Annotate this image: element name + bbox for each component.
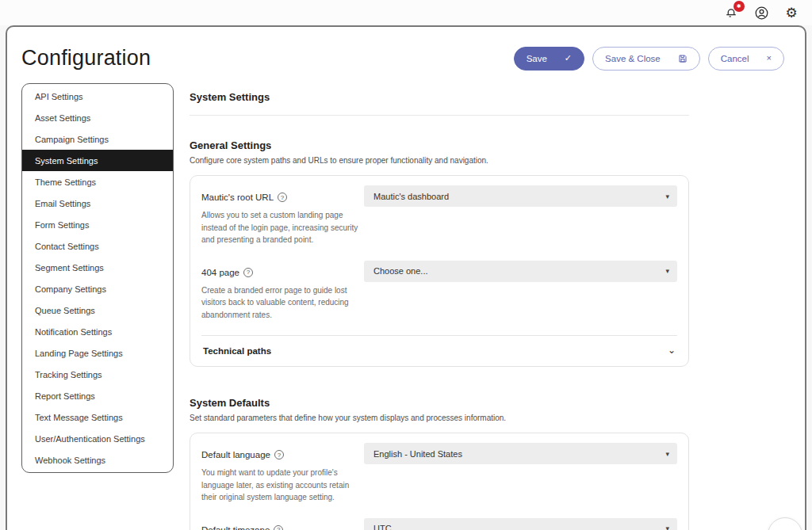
field-info: Default timezone ? — [201, 518, 364, 530]
sidebar-item-segment-settings[interactable]: Segment Settings — [22, 257, 173, 278]
sidebar-item-contact-settings[interactable]: Contact Settings — [22, 235, 173, 257]
cancel-button-label: Cancel — [721, 54, 749, 63]
sidebar-item-notification-settings[interactable]: Notification Settings — [22, 321, 173, 342]
system-defaults-card: Default language ? You might want to upd… — [190, 433, 689, 530]
select-value: UTC — [373, 524, 392, 530]
gear-icon: ⚙ — [785, 6, 797, 20]
sidebar-item-user-authentication-settings[interactable]: User/Authentication Settings — [22, 428, 173, 449]
technical-paths-accordion[interactable]: Technical paths ⌄ — [201, 335, 677, 366]
select-value: English - United States — [373, 449, 462, 459]
user-profile-button[interactable] — [753, 5, 769, 21]
page-title: Configuration — [21, 46, 151, 71]
sidebar-item-tracking-settings[interactable]: Tracking Settings — [22, 364, 173, 385]
settings-main: System Settings General Settings Configu… — [190, 83, 689, 530]
group-title: General Settings — [190, 139, 689, 151]
notification-badge: ✱ — [733, 1, 745, 12]
sidebar-item-landing-page-settings[interactable]: Landing Page Settings — [22, 342, 173, 364]
check-icon: ✓ — [565, 54, 572, 63]
default-timezone-select[interactable]: UTC ▾ — [364, 518, 677, 530]
save-button[interactable]: Save ✓ — [514, 47, 584, 71]
save-and-close-button[interactable]: Save & Close — [592, 47, 700, 71]
field-description: Allows you to set a custom landing page … — [201, 209, 364, 246]
accordion-title: Technical paths — [203, 346, 271, 356]
group-description: Set standard parameters that define how … — [190, 414, 689, 422]
sidebar-item-theme-settings[interactable]: Theme Settings — [22, 171, 173, 193]
top-bar: ✱ ⚙ — [0, 0, 812, 25]
sidebar-item-form-settings[interactable]: Form Settings — [22, 214, 173, 235]
dropdown-arrow-icon: ▾ — [665, 450, 669, 458]
field-row-root-url: Mautic's root URL ? Allows you to set a … — [201, 185, 677, 261]
sidebar-item-api-settings[interactable]: API Settings — [22, 86, 173, 107]
field-info: Mautic's root URL ? Allows you to set a … — [201, 185, 364, 246]
content-area: API Settings Asset Settings Campaign Set… — [7, 83, 805, 530]
page-404-select[interactable]: Choose one... ▾ — [364, 261, 677, 282]
sidebar-item-report-settings[interactable]: Report Settings — [22, 385, 173, 406]
save-disk-icon — [678, 54, 688, 63]
help-icon[interactable]: ? — [278, 193, 287, 202]
field-row-default-timezone: Default timezone ? UTC ▾ — [201, 518, 677, 530]
group-description: Configure core system paths and URLs to … — [190, 156, 689, 165]
sidebar-item-asset-settings[interactable]: Asset Settings — [22, 107, 173, 128]
settings-sidebar: API Settings Asset Settings Campaign Set… — [21, 83, 174, 473]
dropdown-arrow-icon: ▾ — [665, 267, 669, 275]
field-label: Default timezone — [201, 525, 270, 530]
sidebar-item-company-settings[interactable]: Company Settings — [22, 278, 173, 299]
chevron-down-icon: ⌄ — [668, 348, 676, 353]
field-row-404-page: 404 page ? Create a branded error page t… — [201, 261, 677, 336]
help-icon[interactable]: ? — [274, 525, 283, 530]
sidebar-item-email-settings[interactable]: Email Settings — [22, 193, 173, 214]
page-header: Configuration Save ✓ Save & Close Cancel… — [7, 27, 805, 83]
select-value: Choose one... — [373, 266, 428, 276]
close-icon: × — [767, 54, 772, 63]
save-button-label: Save — [527, 54, 547, 63]
dropdown-arrow-icon: ▾ — [665, 193, 669, 200]
field-label: Default language — [201, 450, 270, 459]
global-settings-button[interactable]: ⚙ — [783, 5, 799, 21]
field-info: Default language ? You might want to upd… — [201, 443, 364, 504]
sidebar-item-text-message-settings[interactable]: Text Message Settings — [22, 406, 173, 428]
field-label: Mautic's root URL — [201, 193, 274, 202]
notifications-button[interactable]: ✱ — [723, 5, 739, 21]
system-defaults-group-header: System Defaults Set standard parameters … — [190, 397, 689, 422]
cancel-button[interactable]: Cancel × — [708, 47, 784, 71]
root-url-select[interactable]: Mautic's dashboard ▾ — [364, 185, 677, 207]
help-icon[interactable]: ? — [243, 268, 253, 277]
default-language-select[interactable]: English - United States ▾ — [364, 443, 677, 464]
select-value: Mautic's dashboard — [373, 192, 449, 201]
field-description: Create a branded error page to guide los… — [201, 284, 364, 322]
help-icon[interactable]: ? — [274, 450, 284, 459]
sidebar-item-system-settings[interactable]: System Settings — [22, 150, 173, 171]
field-info: 404 page ? Create a branded error page t… — [201, 261, 364, 322]
sidebar-item-queue-settings[interactable]: Queue Settings — [22, 299, 173, 321]
action-buttons: Save ✓ Save & Close Cancel × — [514, 47, 784, 71]
sidebar-item-campaign-settings[interactable]: Campaign Settings — [22, 128, 173, 150]
field-label: 404 page — [201, 268, 239, 277]
configuration-panel: Configuration Save ✓ Save & Close Cancel… — [6, 25, 806, 530]
field-description: You might want to update your profile's … — [201, 467, 364, 504]
user-icon — [754, 6, 769, 21]
general-settings-group-header: General Settings Configure core system p… — [190, 139, 689, 165]
section-title: System Settings — [190, 91, 689, 103]
section-divider — [190, 115, 689, 116]
general-settings-card: Mautic's root URL ? Allows you to set a … — [190, 175, 689, 367]
sidebar-item-webhook-settings[interactable]: Webhook Settings — [22, 449, 173, 471]
field-row-default-language: Default language ? You might want to upd… — [201, 443, 677, 518]
dropdown-arrow-icon: ▾ — [665, 524, 669, 530]
save-and-close-label: Save & Close — [605, 54, 661, 63]
group-title: System Defaults — [190, 397, 689, 409]
